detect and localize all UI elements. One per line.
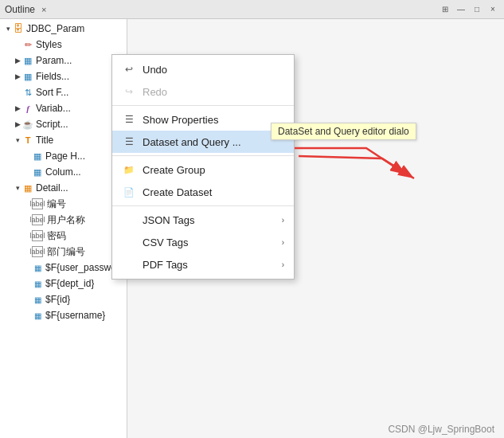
tree-item-field-password[interactable]: ▶ ▦ $F{user_password} <box>0 260 127 276</box>
menu-label-json: JSON Tags <box>143 214 282 226</box>
tree-item-page-header[interactable]: ▶ ▦ Page H... <box>0 148 127 164</box>
field-icon: ▦ <box>32 262 43 273</box>
tooltip-text: DataSet and Query editor dialo <box>278 126 409 137</box>
menu-label-pdf: PDF Tags <box>143 259 282 271</box>
tree-item-styles[interactable]: ▶ ✏ Styles <box>0 37 127 53</box>
menu-label-redo: Redo <box>143 86 284 98</box>
tree-item-fields[interactable]: ▶ ▦ Fields... <box>0 68 127 84</box>
tree-label: 编号 <box>47 197 66 211</box>
tree-label: Param... <box>36 55 72 66</box>
outline-tree: ▾ 🗄 JDBC_Param ▶ ✏ Styles ▶ ▦ Param... ▶… <box>0 19 127 438</box>
tree-arrow: ▶ <box>13 119 22 129</box>
tree-item-field-username[interactable]: ▶ ▦ $F{username} <box>0 307 127 323</box>
menu-item-redo[interactable]: ↪ Redo <box>112 80 294 103</box>
field-icon: ▦ <box>32 278 43 289</box>
tree-label: $F{id} <box>45 294 70 305</box>
col-icon: ▦ <box>32 166 43 178</box>
menu-item-dataset-query[interactable]: ☰ Dataset and Query ... <box>112 131 294 153</box>
pdf-icon <box>122 257 136 272</box>
menu-separator-3 <box>112 205 294 206</box>
header-icon-minimize[interactable]: — <box>455 3 467 16</box>
tree-item-field-dept[interactable]: ▶ ▦ $F{dept_id} <box>0 276 127 291</box>
tree-item-jdbc-param[interactable]: ▾ 🗄 JDBC_Param <box>0 21 127 37</box>
tree-item-params[interactable]: ▶ ▦ Param... <box>0 53 127 68</box>
script-icon: ☕ <box>22 119 33 130</box>
tree-label: Colum... <box>45 166 81 178</box>
tree-label: 密码 <box>47 229 66 243</box>
undo-icon: ↩ <box>122 62 136 76</box>
tree-arrow: ▾ <box>13 183 22 193</box>
redo-icon: ↪ <box>122 84 136 99</box>
tree-label: 部门编号 <box>47 245 85 259</box>
title-icon: T <box>22 135 33 146</box>
tree-label: Title <box>36 135 53 146</box>
tree-item-title[interactable]: ▾ T Title <box>0 132 127 148</box>
tree-arrow: ▾ <box>13 135 22 145</box>
tree-label: 用户名称 <box>47 213 85 227</box>
menu-label-create-dataset: Create Dataset <box>143 186 284 198</box>
menu-separator-1 <box>112 105 294 106</box>
tree-label: Variab... <box>36 103 71 114</box>
tree-item-column-header[interactable]: ▶ ▦ Colum... <box>0 164 127 180</box>
menu-label-csv: CSV Tags <box>143 237 282 248</box>
tree-label: Detail... <box>36 182 68 194</box>
menu-label-properties: Show Properties <box>143 114 284 126</box>
tree-item-sort[interactable]: ▶ ⇅ Sort F... <box>0 84 127 100</box>
create-dataset-icon: 📄 <box>122 185 136 199</box>
detail-icon: ▦ <box>22 182 33 194</box>
header-icon-grid[interactable]: ⊞ <box>439 3 451 16</box>
menu-item-json-tags[interactable]: JSON Tags › <box>112 209 294 231</box>
tooltip-box: DataSet and Query editor dialo <box>271 123 416 140</box>
label-icon: label <box>32 214 43 225</box>
menu-item-undo[interactable]: ↩ Undo <box>112 58 294 80</box>
tree-label: $F{username} <box>45 310 105 321</box>
dataset-icon: ☰ <box>122 135 136 149</box>
db-icon: 🗄 <box>13 23 24 34</box>
menu-separator-2 <box>112 155 294 156</box>
label-icon: label <box>32 230 43 241</box>
sort-icon: ⇅ <box>22 87 33 98</box>
menu-item-csv-tags[interactable]: CSV Tags › <box>112 231 294 253</box>
menu-item-show-properties[interactable]: ☰ Show Properties <box>112 108 294 131</box>
label-icon: label <box>32 198 43 209</box>
json-icon <box>122 213 136 227</box>
content-area: ▾ 🗄 JDBC_Param ▶ ✏ Styles ▶ ▦ Param... ▶… <box>0 19 504 438</box>
menu-label-create-group: Create Group <box>143 164 284 176</box>
tree-label: Styles <box>36 39 62 50</box>
csv-icon <box>122 235 136 249</box>
tree-arrow: ▶ <box>13 56 22 65</box>
submenu-arrow: › <box>282 238 284 247</box>
header-icon-maximize[interactable]: □ <box>471 3 483 16</box>
pencil-icon: ✏ <box>22 39 33 50</box>
tree-label: JDBC_Param <box>26 23 84 34</box>
tree-item-detail[interactable]: ▾ ▦ Detail... <box>0 180 127 196</box>
tree-item-label-yonghu[interactable]: ▶ label 用户名称 <box>0 212 127 228</box>
tree-item-label-bianhao[interactable]: ▶ label 编号 <box>0 196 127 212</box>
tree-arrow: ▶ <box>13 72 22 81</box>
close-icon[interactable]: × <box>41 5 46 14</box>
tree-item-field-id[interactable]: ▶ ▦ $F{id} <box>0 291 127 307</box>
tree-arrow: ▶ <box>13 104 22 113</box>
properties-icon: ☰ <box>122 112 136 127</box>
tree-item-variables[interactable]: ▶ f Variab... <box>0 100 127 116</box>
outline-title: Outline <box>5 4 35 15</box>
header-icons: ⊞ — □ × <box>439 3 499 16</box>
tree-item-label-bumen[interactable]: ▶ label 部门编号 <box>0 244 127 260</box>
tree-label: Page H... <box>45 151 85 162</box>
field-icon: ▦ <box>32 310 43 321</box>
tree-item-scriptlets[interactable]: ▶ ☕ Script... <box>0 116 127 132</box>
submenu-arrow: › <box>282 216 284 225</box>
menu-label-undo: Undo <box>143 64 284 76</box>
tree-arrow: ▾ <box>3 24 13 33</box>
header-icon-close[interactable]: × <box>486 3 499 16</box>
page-icon: ▦ <box>32 151 43 162</box>
tree-item-label-mima[interactable]: ▶ label 密码 <box>0 228 127 244</box>
submenu-arrow: › <box>282 260 284 269</box>
tree-label: Script... <box>36 119 68 130</box>
menu-item-pdf-tags[interactable]: PDF Tags › <box>112 253 294 276</box>
outline-header: Outline × ⊞ — □ × <box>0 0 504 19</box>
menu-item-create-dataset[interactable]: 📄 Create Dataset <box>112 181 294 203</box>
menu-item-create-group[interactable]: 📁 Create Group <box>112 158 294 181</box>
menu-label-dataset: Dataset and Query ... <box>143 136 284 148</box>
table-icon: ▦ <box>22 71 33 82</box>
